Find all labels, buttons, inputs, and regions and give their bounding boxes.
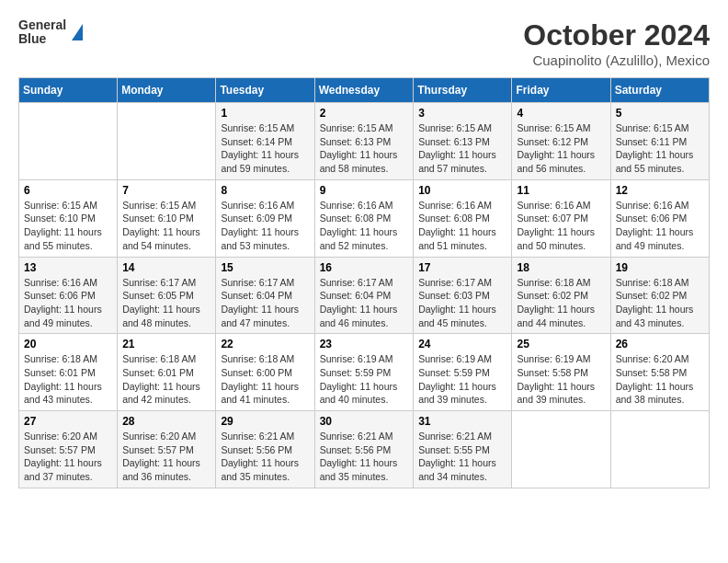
daylight-text: Daylight: 11 hours and 40 minutes. (320, 381, 398, 406)
sunset-text: Sunset: 6:06 PM (24, 290, 96, 301)
sunset-text: Sunset: 6:11 PM (616, 136, 688, 147)
column-header-friday: Friday (512, 78, 610, 103)
sunset-text: Sunset: 5:55 PM (418, 444, 490, 455)
day-number: 3 (418, 107, 506, 120)
daylight-text: Daylight: 11 hours and 39 minutes. (418, 381, 496, 406)
day-info: Sunrise: 6:16 AMSunset: 6:08 PMDaylight:… (320, 199, 409, 253)
calendar-cell: 14Sunrise: 6:17 AMSunset: 6:05 PMDayligh… (118, 257, 216, 334)
day-info: Sunrise: 6:15 AMSunset: 6:12 PMDaylight:… (517, 121, 605, 176)
day-number: 23 (320, 338, 409, 350)
sunrise-text: Sunrise: 6:15 AM (122, 200, 196, 211)
day-info: Sunrise: 6:15 AMSunset: 6:13 PMDaylight:… (418, 121, 506, 176)
calendar-cell: 18Sunrise: 6:18 AMSunset: 6:02 PMDayligh… (512, 257, 610, 334)
daylight-text: Daylight: 11 hours and 59 minutes. (221, 149, 299, 174)
daylight-text: Daylight: 11 hours and 51 minutes. (418, 226, 496, 251)
sunset-text: Sunset: 6:09 PM (221, 213, 292, 224)
sunset-text: Sunset: 6:02 PM (517, 290, 588, 301)
sunrise-text: Sunrise: 6:16 AM (418, 200, 492, 211)
sunset-text: Sunset: 5:56 PM (221, 444, 292, 455)
day-info: Sunrise: 6:15 AMSunset: 6:10 PMDaylight:… (122, 199, 210, 253)
sunrise-text: Sunrise: 6:20 AM (122, 431, 196, 442)
daylight-text: Daylight: 11 hours and 35 minutes. (221, 457, 299, 482)
logo: General Blue (18, 18, 83, 47)
daylight-text: Daylight: 11 hours and 54 minutes. (122, 226, 200, 251)
daylight-text: Daylight: 11 hours and 43 minutes. (24, 381, 102, 406)
day-info: Sunrise: 6:20 AMSunset: 5:57 PMDaylight:… (24, 430, 112, 484)
day-number: 24 (418, 338, 506, 350)
sunset-text: Sunset: 5:58 PM (616, 367, 688, 378)
daylight-text: Daylight: 11 hours and 45 minutes. (418, 304, 496, 328)
sunrise-text: Sunrise: 6:18 AM (517, 277, 590, 288)
calendar-cell: 15Sunrise: 6:17 AMSunset: 6:04 PMDayligh… (216, 257, 314, 334)
day-info: Sunrise: 6:19 AMSunset: 5:58 PMDaylight:… (517, 352, 605, 407)
sunrise-text: Sunrise: 6:18 AM (616, 277, 689, 288)
day-number: 9 (320, 184, 409, 197)
daylight-text: Daylight: 11 hours and 39 minutes. (517, 381, 595, 406)
day-info: Sunrise: 6:15 AMSunset: 6:13 PMDaylight:… (320, 121, 409, 176)
sunset-text: Sunset: 6:05 PM (122, 290, 194, 301)
logo-text: General Blue (18, 18, 66, 47)
daylight-text: Daylight: 11 hours and 49 minutes. (24, 304, 102, 328)
calendar-cell: 1Sunrise: 6:15 AMSunset: 6:14 PMDaylight… (216, 103, 314, 180)
daylight-text: Daylight: 11 hours and 46 minutes. (320, 304, 398, 328)
sunset-text: Sunset: 6:13 PM (320, 136, 392, 147)
calendar-cell: 22Sunrise: 6:18 AMSunset: 6:00 PMDayligh… (216, 334, 314, 411)
day-number: 28 (122, 415, 210, 428)
day-number: 12 (616, 184, 704, 197)
column-header-monday: Monday (118, 78, 216, 103)
day-info: Sunrise: 6:16 AMSunset: 6:06 PMDaylight:… (616, 199, 704, 253)
day-number: 14 (122, 261, 210, 274)
calendar-cell: 24Sunrise: 6:19 AMSunset: 5:59 PMDayligh… (414, 334, 512, 411)
daylight-text: Daylight: 11 hours and 43 minutes. (616, 304, 694, 328)
daylight-text: Daylight: 11 hours and 50 minutes. (517, 226, 595, 251)
day-info: Sunrise: 6:18 AMSunset: 6:02 PMDaylight:… (616, 276, 704, 330)
day-number: 20 (24, 338, 112, 350)
calendar-week-row: 6Sunrise: 6:15 AMSunset: 6:10 PMDaylight… (19, 179, 710, 257)
day-number: 2 (320, 107, 409, 120)
calendar-cell: 16Sunrise: 6:17 AMSunset: 6:04 PMDayligh… (314, 257, 414, 334)
sunset-text: Sunset: 5:56 PM (320, 444, 392, 455)
calendar-week-row: 1Sunrise: 6:15 AMSunset: 6:14 PMDaylight… (19, 103, 710, 180)
sunset-text: Sunset: 5:58 PM (517, 367, 588, 378)
calendar-cell: 29Sunrise: 6:21 AMSunset: 5:56 PMDayligh… (216, 411, 314, 488)
sunrise-text: Sunrise: 6:17 AM (320, 277, 393, 288)
day-number: 8 (221, 184, 309, 197)
daylight-text: Daylight: 11 hours and 47 minutes. (221, 304, 299, 328)
calendar-cell: 25Sunrise: 6:19 AMSunset: 5:58 PMDayligh… (512, 334, 610, 411)
calendar-cell: 11Sunrise: 6:16 AMSunset: 6:07 PMDayligh… (512, 179, 610, 257)
sunset-text: Sunset: 6:04 PM (221, 290, 292, 301)
day-number: 15 (221, 261, 309, 274)
daylight-text: Daylight: 11 hours and 49 minutes. (616, 226, 694, 251)
sunrise-text: Sunrise: 6:16 AM (616, 200, 689, 211)
calendar-cell (118, 103, 216, 180)
calendar-cell: 9Sunrise: 6:16 AMSunset: 6:08 PMDaylight… (314, 179, 414, 257)
daylight-text: Daylight: 11 hours and 44 minutes. (517, 304, 595, 328)
day-info: Sunrise: 6:20 AMSunset: 5:58 PMDaylight:… (616, 352, 704, 407)
day-number: 27 (24, 415, 112, 428)
calendar-cell: 13Sunrise: 6:16 AMSunset: 6:06 PMDayligh… (19, 257, 118, 334)
calendar-cell: 4Sunrise: 6:15 AMSunset: 6:12 PMDaylight… (512, 103, 610, 180)
daylight-text: Daylight: 11 hours and 35 minutes. (320, 457, 398, 482)
sunset-text: Sunset: 6:07 PM (517, 213, 588, 224)
sunset-text: Sunset: 6:01 PM (24, 367, 96, 378)
day-number: 19 (616, 261, 704, 274)
sunset-text: Sunset: 6:10 PM (122, 213, 194, 224)
day-number: 11 (517, 184, 605, 197)
day-number: 29 (221, 415, 309, 428)
daylight-text: Daylight: 11 hours and 57 minutes. (418, 149, 496, 174)
column-header-sunday: Sunday (19, 78, 118, 103)
calendar-cell: 10Sunrise: 6:16 AMSunset: 6:08 PMDayligh… (414, 179, 512, 257)
day-number: 7 (122, 184, 210, 197)
calendar-cell: 3Sunrise: 6:15 AMSunset: 6:13 PMDaylight… (414, 103, 512, 180)
column-header-thursday: Thursday (414, 78, 512, 103)
sunset-text: Sunset: 6:08 PM (418, 213, 490, 224)
sunrise-text: Sunrise: 6:16 AM (221, 200, 294, 211)
sunset-text: Sunset: 6:01 PM (122, 367, 194, 378)
sunset-text: Sunset: 6:04 PM (320, 290, 392, 301)
day-info: Sunrise: 6:16 AMSunset: 6:08 PMDaylight:… (418, 199, 506, 253)
sunset-text: Sunset: 6:00 PM (221, 367, 292, 378)
daylight-text: Daylight: 11 hours and 42 minutes. (122, 381, 200, 406)
calendar-week-row: 20Sunrise: 6:18 AMSunset: 6:01 PMDayligh… (19, 334, 710, 411)
sunrise-text: Sunrise: 6:20 AM (24, 431, 97, 442)
sunrise-text: Sunrise: 6:15 AM (24, 200, 97, 211)
